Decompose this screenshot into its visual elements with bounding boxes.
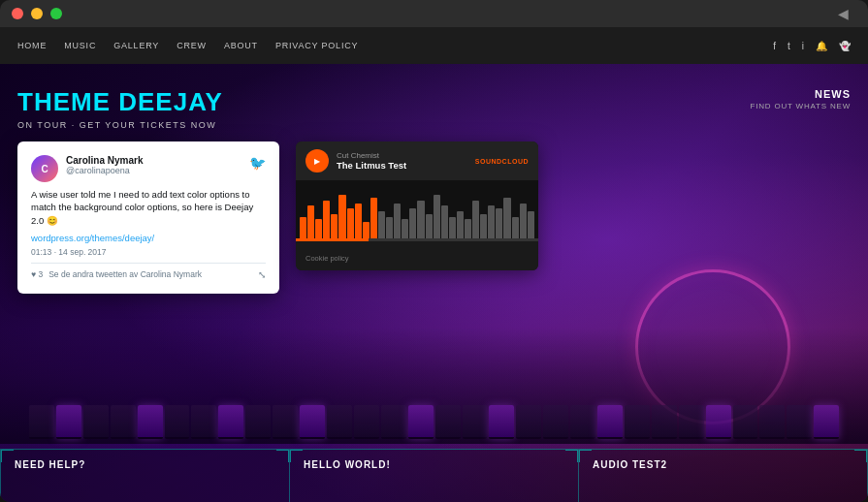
hero-text-block: THEME DEEJAY ON TOUR · GET YOUR TICKETS … [17,88,223,130]
key-lit [408,405,434,439]
key [273,405,298,439]
title-bar: ◀ [0,0,868,27]
waveform-bar [472,201,479,238]
key [463,405,488,439]
key-lit [138,405,163,439]
key-lit [300,405,325,439]
keyboard-keys [29,405,839,439]
instagram-icon[interactable]: i [802,41,804,51]
news-label: NEWS [751,88,851,100]
soundcloud-timeline[interactable] [296,238,538,241]
key [381,405,406,439]
key-lit [597,405,623,439]
waveform-bar [520,204,527,238]
key [435,405,461,439]
key [625,405,650,439]
nav-item-music[interactable]: MUSIC [64,41,96,50]
soundcloud-play-button[interactable]: ▶ [305,149,329,173]
snapchat-icon[interactable]: 👻 [839,41,851,51]
twitter-icon[interactable]: t [788,41,790,51]
tweet-avatar: C [31,155,58,182]
waveform-bar [355,204,362,238]
waveform-bar [347,208,354,238]
waveform-bar [465,219,471,238]
bottom-card-help-title: NEED HELP? [15,459,85,470]
waveform-bar [496,208,502,238]
waveform-bar [449,217,456,238]
news-sublabel: FIND OUT WHATS NEW [751,102,851,110]
waveform-bar [370,198,377,238]
bottom-card-help[interactable]: NEED HELP? [0,449,290,502]
soundcloud-header: ▶ Cut Chemist The Litmus Test SOUNDCLOUD [296,141,538,180]
soundcloud-track-info: Cut Chemist The Litmus Test [337,151,467,171]
key [165,405,190,439]
tweet-date: 01:13 · 14 sep. 2017 [31,247,266,257]
nav-item-about[interactable]: ABOUT [224,41,258,50]
waveform-bar [417,201,424,238]
tweet-body: A wise user told me I need to add text c… [31,188,266,227]
key [327,405,352,439]
browser-content: HOME MUSIC GALLERY CREW ABOUT PRIVACY PO… [0,27,868,502]
nav-item-home[interactable]: HOME [17,41,47,50]
nav-social-links: f t i 🔔 👻 [773,41,851,51]
waveform-bar [315,219,322,238]
key [759,405,785,439]
waveform-bar [394,204,401,238]
soundcloud-waveform[interactable] [296,180,538,238]
tweet-expand-icon[interactable]: ⤡ [258,269,266,280]
tweet-user-info: Carolina Nymark @carolinapoena [66,155,241,175]
nav-item-privacy[interactable]: PRIVACY POLICY [275,41,358,50]
soundcloud-artist: Cut Chemist [337,151,467,160]
bottom-card-hello[interactable]: HELLO WORLD! [290,449,579,502]
bell-icon[interactable]: 🔔 [816,41,827,51]
close-button[interactable] [12,8,23,19]
tweet-header: C Carolina Nymark @carolinapoena 🐦 [31,155,266,182]
twitter-bird-icon: 🐦 [249,155,266,171]
soundcloud-card: ▶ Cut Chemist The Litmus Test SOUNDCLOUD [296,141,538,270]
waveform-bar [503,198,510,238]
waveform-bar [426,214,433,238]
facebook-icon[interactable]: f [773,41,776,51]
nav-item-crew[interactable]: CREW [177,41,207,50]
soundcloud-cookie-text[interactable]: Cookie policy [305,254,349,263]
tweet-likes: ♥ 3 [31,269,43,279]
site-navigation: HOME MUSIC GALLERY CREW ABOUT PRIVACY PO… [0,27,868,64]
nav-left: HOME MUSIC GALLERY CREW ABOUT PRIVACY PO… [17,41,358,50]
waveform-bars [296,180,538,238]
waveform-bar [409,208,416,238]
maximize-button[interactable] [50,8,62,19]
key [516,405,541,439]
title-bar-center: ◀ [62,6,856,21]
waveform-bar [402,219,408,238]
waveform-bar [363,222,370,238]
key [787,405,812,439]
waveform-bar [434,195,440,238]
traffic-lights [12,8,62,19]
waveform-bar [307,205,314,238]
tweet-username: Carolina Nymark [66,155,241,166]
key-lit [814,405,839,439]
key-lit [56,405,81,439]
waveform-bar [378,211,385,238]
nav-item-gallery[interactable]: GALLERY [113,41,159,50]
back-icon[interactable]: ◀ [838,6,849,21]
waveform-bar [528,211,534,238]
key [543,405,568,439]
key [652,405,677,439]
waveform-bar [331,214,338,238]
hero-subtitle: ON TOUR · GET YOUR TICKETS NOW [17,120,223,130]
bottom-card-audio[interactable]: AUDIO TEST2 [579,449,868,502]
bottom-card-hello-title: HELLO WORLD! [304,459,391,470]
tweet-card: C Carolina Nymark @carolinapoena 🐦 A wis… [17,141,279,294]
minimize-button[interactable] [31,8,43,19]
key [191,405,216,439]
tweet-view-link[interactable]: Se de andra tweetten av Carolina Nymark [48,269,202,279]
key [570,405,595,439]
key-lit [706,405,731,439]
key [733,405,758,439]
bottom-card-audio-title: AUDIO TEST2 [593,459,667,470]
waveform-bar [323,201,330,238]
tweet-link[interactable]: wordpress.org/themes/deejay/ [31,233,266,243]
tweet-handle: @carolinapoena [66,166,241,175]
key [111,405,136,439]
